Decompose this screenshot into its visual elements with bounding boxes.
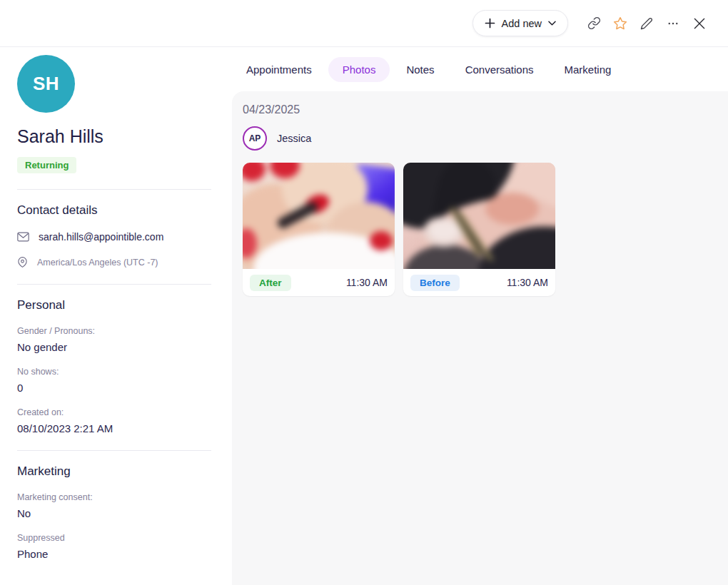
contact-avatar: SH bbox=[17, 55, 75, 113]
main-content: Appointments Photos Notes Conversations … bbox=[232, 48, 728, 585]
photo-card-footer: Before 11:30 AM bbox=[403, 269, 555, 296]
marketing-heading: Marketing bbox=[17, 464, 211, 479]
tab-appointments[interactable]: Appointments bbox=[232, 57, 326, 82]
tab-conversations[interactable]: Conversations bbox=[451, 57, 548, 82]
photo-after-thumbnail[interactable] bbox=[243, 163, 395, 269]
field-value-gender: No gender bbox=[17, 341, 211, 353]
photo-before-thumbnail[interactable] bbox=[403, 163, 555, 269]
contact-timezone: America/Los Angeles (UTC -7) bbox=[37, 258, 158, 268]
staff-name: Jessica bbox=[277, 133, 311, 144]
contact-profile-page: Add new SH Sarah Hills Re bbox=[0, 0, 728, 585]
photos-panel: 04/23/2025 AP Jessica bbox=[232, 91, 728, 585]
contact-details-heading: Contact details bbox=[17, 203, 211, 218]
email-row[interactable]: sarah.hills@appointible.com bbox=[17, 231, 211, 243]
plus-icon bbox=[485, 18, 495, 29]
field-value-suppressed: Phone bbox=[17, 548, 211, 560]
divider bbox=[17, 284, 211, 285]
chevron-down-icon bbox=[548, 21, 556, 26]
photo-cards: After 11:30 AM bbox=[243, 163, 717, 296]
timezone-row: America/Los Angeles (UTC -7) bbox=[17, 256, 211, 268]
tab-marketing[interactable]: Marketing bbox=[550, 57, 626, 82]
field-label-no-shows: No shows: bbox=[17, 367, 211, 377]
field-value-marketing-consent: No bbox=[17, 507, 211, 519]
contact-name: Sarah Hills bbox=[17, 126, 211, 147]
staff-row: AP Jessica bbox=[243, 126, 717, 151]
status-badge: Returning bbox=[17, 157, 76, 173]
field-label-marketing-consent: Marketing consent: bbox=[17, 492, 211, 502]
contact-email: sarah.hills@appointible.com bbox=[39, 231, 163, 243]
link-icon[interactable] bbox=[585, 15, 602, 32]
add-new-button[interactable]: Add new bbox=[472, 10, 568, 36]
photo-card-before: Before 11:30 AM bbox=[403, 163, 555, 296]
photo-card-footer: After 11:30 AM bbox=[243, 269, 395, 296]
field-label-gender: Gender / Pronouns: bbox=[17, 326, 211, 336]
photo-time: 11:30 AM bbox=[507, 277, 548, 288]
photo-card-after: After 11:30 AM bbox=[243, 163, 395, 296]
divider bbox=[17, 189, 211, 190]
after-tag-badge: After bbox=[250, 275, 291, 291]
toolbar-icons bbox=[585, 15, 708, 32]
contact-sidebar: SH Sarah Hills Returning Contact details… bbox=[0, 48, 232, 585]
before-tag-badge: Before bbox=[410, 275, 460, 291]
top-toolbar: Add new bbox=[0, 0, 728, 47]
close-icon[interactable] bbox=[691, 15, 708, 32]
field-label-suppressed: Suppressed bbox=[17, 533, 211, 543]
profile-tabs: Appointments Photos Notes Conversations … bbox=[232, 48, 728, 91]
tab-photos[interactable]: Photos bbox=[328, 57, 390, 82]
more-options-icon[interactable] bbox=[664, 15, 682, 32]
photo-art bbox=[243, 163, 395, 269]
star-icon[interactable] bbox=[612, 15, 629, 32]
map-pin-icon bbox=[17, 256, 28, 268]
field-value-no-shows: 0 bbox=[17, 382, 211, 394]
field-label-created-on: Created on: bbox=[17, 407, 211, 417]
field-value-created-on: 08/10/2023 2:21 AM bbox=[17, 422, 211, 434]
staff-avatar: AP bbox=[243, 126, 267, 151]
add-new-label: Add new bbox=[502, 18, 542, 29]
personal-heading: Personal bbox=[17, 298, 211, 312]
photo-art bbox=[403, 163, 555, 269]
photo-time: 11:30 AM bbox=[346, 277, 388, 288]
divider bbox=[17, 450, 211, 451]
photos-date: 04/23/2025 bbox=[243, 103, 717, 116]
edit-pencil-icon[interactable] bbox=[638, 15, 655, 32]
tab-notes[interactable]: Notes bbox=[392, 57, 448, 82]
envelope-icon bbox=[17, 232, 29, 242]
